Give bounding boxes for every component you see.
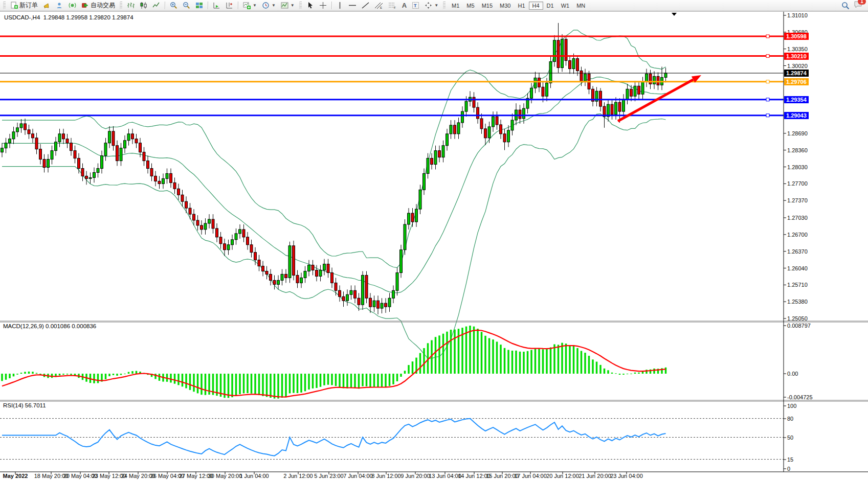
macd-histogram-bar (304, 374, 306, 391)
macd-histogram-bar (496, 341, 498, 374)
main-chart[interactable] (0, 0, 868, 480)
candle-body (442, 146, 444, 157)
candle-body (369, 298, 372, 307)
candle-body (51, 151, 53, 159)
candle-body (219, 237, 222, 244)
text-tool[interactable]: A (400, 1, 409, 11)
hline-handle[interactable] (766, 80, 769, 83)
scroll-position-marker (672, 13, 677, 16)
candle-body (273, 280, 276, 284)
auto-scroll-button[interactable] (211, 1, 222, 11)
cursor-button[interactable] (304, 1, 316, 11)
notifications-button[interactable]: 1 (854, 1, 862, 11)
candle-body (477, 107, 479, 119)
candle-body (434, 151, 437, 165)
timeframe-button-M15[interactable]: M15 (478, 2, 496, 10)
toolbar-grip[interactable] (299, 2, 302, 9)
timeframe-button-M5[interactable]: M5 (463, 2, 478, 10)
hline-handle[interactable] (766, 55, 769, 58)
macd-histogram-bar (454, 330, 456, 374)
template-icon (281, 2, 288, 9)
signals-button[interactable] (66, 1, 78, 11)
candle-body (580, 71, 583, 81)
hline-handle[interactable] (766, 98, 769, 101)
toolbar-grip[interactable] (443, 2, 446, 9)
autotrading-label: 自动交易 (91, 1, 115, 10)
vertical-line-tool[interactable] (335, 1, 345, 11)
channel-tool[interactable]: E (372, 1, 385, 11)
macd-histogram-bar (262, 374, 264, 396)
timeframe-button-W1[interactable]: W1 (558, 2, 573, 10)
candle-body (196, 220, 199, 225)
candlestick-chart-button[interactable] (138, 1, 149, 11)
candle-body (116, 146, 119, 161)
templates-button[interactable]: ▼ (279, 1, 297, 11)
dropdown-arrow-icon: ▼ (253, 3, 257, 8)
timeframe-button-H1[interactable]: H1 (514, 2, 528, 10)
hline-handle[interactable] (766, 35, 769, 38)
candle-body (530, 88, 533, 98)
timeframe-button-M30[interactable]: M30 (496, 2, 514, 10)
candle-body (657, 76, 659, 85)
candle-body (492, 117, 495, 127)
macd-histogram-bar (293, 374, 295, 393)
tile-windows-button[interactable] (193, 1, 205, 11)
candle-body (173, 182, 176, 189)
macd-histogram-bar (469, 326, 471, 374)
timeframe-button-MN[interactable]: MN (573, 2, 589, 10)
svg-text:T: T (414, 3, 417, 8)
candle-body (388, 298, 391, 307)
text-label-tool[interactable]: T (410, 1, 421, 11)
zoom-out-button[interactable] (181, 1, 192, 11)
timeframe-button-M1[interactable]: M1 (448, 2, 463, 10)
trendline-tool[interactable] (360, 1, 371, 11)
candle-body (646, 74, 648, 82)
candle-body (423, 173, 426, 190)
new-chart-button[interactable]: ▼ (241, 1, 259, 11)
macd-histogram-bar (70, 374, 72, 375)
macd-histogram-bar (535, 348, 537, 374)
candle-body (124, 141, 126, 148)
toolbar-grip[interactable] (3, 2, 6, 9)
macd-histogram-bar (523, 352, 525, 374)
periods-button[interactable]: ▼ (260, 1, 278, 11)
horizontal-line-tool[interactable] (346, 1, 359, 11)
fibonacci-icon: F (388, 2, 397, 9)
candle-body (523, 108, 525, 119)
candle-body (216, 228, 218, 237)
macd-histogram-bar (312, 374, 314, 388)
candle-body (565, 39, 567, 61)
macd-histogram-bar (558, 345, 560, 374)
zoom-in-button[interactable] (168, 1, 180, 11)
line-chart-button[interactable] (150, 1, 162, 11)
macd-histogram-bar (36, 373, 38, 374)
candle-body (242, 230, 245, 237)
toolbar-grip[interactable] (120, 2, 122, 9)
arrows-tool[interactable]: ▼ (422, 1, 440, 11)
candle-body (511, 120, 514, 130)
crosshair-button[interactable] (317, 1, 329, 11)
new-order-button[interactable]: 新订单 (8, 1, 40, 11)
community-button[interactable] (54, 1, 65, 11)
macd-histogram-bar (527, 351, 529, 374)
timeframe-button-D1[interactable]: D1 (543, 2, 558, 10)
new-order-label: 新订单 (19, 1, 38, 10)
fibonacci-tool[interactable]: F (386, 1, 399, 11)
hline-handle[interactable] (766, 114, 769, 117)
bar-chart-button[interactable] (125, 1, 137, 11)
candle-body (154, 176, 157, 181)
candle-body (373, 301, 375, 307)
candle-body (239, 230, 241, 234)
autotrading-button[interactable]: 自动交易 (79, 1, 117, 11)
timeframe-button-H4[interactable]: H4 (529, 2, 543, 10)
chart-shift-button[interactable] (224, 1, 235, 11)
macd-histogram-bar (358, 374, 360, 388)
macd-histogram-bar (251, 374, 253, 394)
macd-histogram-bar (170, 374, 172, 382)
candle-body (342, 296, 345, 301)
candle-body (503, 134, 506, 142)
rsi-indicator-label: RSI(14) 56.7011 (3, 402, 46, 408)
candle-body (641, 82, 644, 94)
search-icon[interactable] (841, 2, 850, 10)
megaphone-button[interactable] (41, 1, 53, 11)
